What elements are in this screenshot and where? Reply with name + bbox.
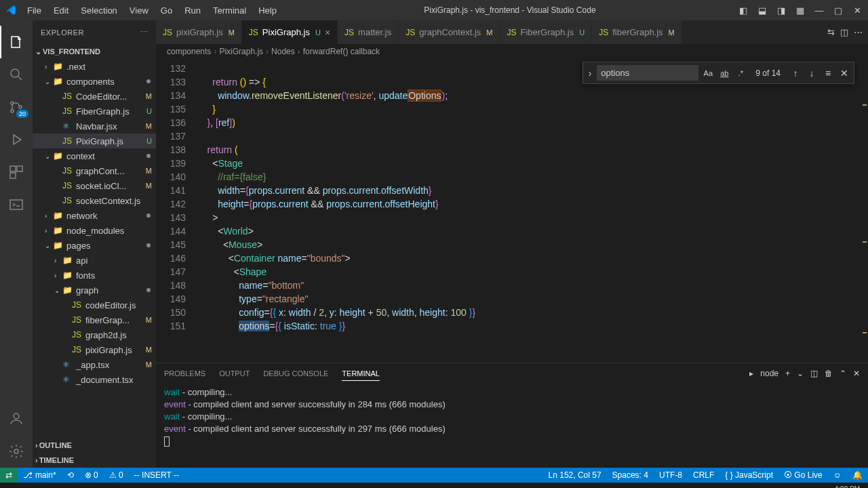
find-input[interactable] <box>597 65 698 81</box>
settings-icon[interactable] <box>0 435 33 468</box>
minimap[interactable] <box>859 59 868 363</box>
menu-go[interactable]: Go <box>155 3 178 18</box>
panel-tab-problems[interactable]: PROBLEMS <box>164 367 205 380</box>
breadcrumb[interactable]: components›PixiGraph.js›Nodes›forwardRef… <box>156 44 868 59</box>
notifications-icon[interactable]: 🔔 <box>847 468 868 483</box>
menu-terminal[interactable]: Terminal <box>208 3 252 18</box>
app-icon[interactable]: 🟥 <box>64 485 80 488</box>
tree-item[interactable]: JScodeEditor.js <box>33 298 156 312</box>
split-terminal-icon[interactable]: ◫ <box>810 369 818 378</box>
system-clock[interactable]: 4:08 PM4/29/2023 <box>830 485 861 488</box>
menu-view[interactable]: View <box>124 3 154 18</box>
panel-right-icon[interactable]: ◨ <box>776 5 787 16</box>
panel-tab-output[interactable]: OUTPUT <box>219 367 250 380</box>
explorer-icon[interactable] <box>0 26 33 58</box>
feedback-icon[interactable]: ☺ <box>828 468 847 483</box>
tree-item[interactable]: ›📁api <box>33 253 156 268</box>
tree-item[interactable]: ⌄📁pages <box>33 238 156 253</box>
terminal-shell-label[interactable]: node <box>760 369 778 378</box>
editor-tab[interactable]: JSPixiGraph.jsU× <box>242 20 338 44</box>
code-content[interactable]: return () => { window.removeEventListene… <box>197 59 868 363</box>
tree-item[interactable]: ›📁node_modules <box>33 223 156 238</box>
tree-item[interactable]: JSPixiGraph.jsU <box>33 134 156 148</box>
more-icon[interactable]: ⋯ <box>140 28 149 37</box>
encoding-info[interactable]: UTF-8 <box>654 468 688 483</box>
problems-errors[interactable]: ⊗ 0 <box>79 468 104 483</box>
debug-icon[interactable] <box>0 123 33 156</box>
tree-item[interactable]: ⌄📁graph <box>33 283 156 298</box>
terminal-dropdown-icon[interactable]: ⌄ <box>797 369 804 378</box>
editor-tab[interactable]: JSFiberGraph.jsU <box>500 20 592 44</box>
compare-icon[interactable]: ⇆ <box>827 27 835 37</box>
editor-tab[interactable]: JSmatter.js <box>338 20 399 44</box>
go-live[interactable]: ⦿ Go Live <box>778 468 828 483</box>
tree-item[interactable]: ⚛_app.tsxM <box>33 357 156 372</box>
problems-warnings[interactable]: ⚠ 0 <box>104 468 129 483</box>
find-close-icon[interactable]: ✕ <box>837 66 851 80</box>
new-terminal-icon[interactable]: + <box>785 369 790 378</box>
layout-icon[interactable]: ▦ <box>795 5 806 16</box>
terminal-output[interactable]: wait - compiling...event - compiled clie… <box>156 384 868 468</box>
cursor-position[interactable]: Ln 152, Col 57 <box>543 468 607 483</box>
breadcrumb-item[interactable]: forwardRef() callback <box>303 47 380 56</box>
chrome-icon[interactable]: 🌐 <box>165 485 182 488</box>
editor-tab[interactable]: JSgraphContext.jsM <box>399 20 500 44</box>
account-icon[interactable] <box>0 403 33 435</box>
git-sync[interactable]: ⟲ <box>62 468 79 483</box>
eol-info[interactable]: CRLF <box>688 468 719 483</box>
menu-help[interactable]: Help <box>253 3 282 18</box>
tree-item[interactable]: JSCodeEditor...M <box>33 89 156 104</box>
editor-tab[interactable]: JSpixiGraph.jsM <box>156 20 242 44</box>
clock-icon[interactable]: 🕐 <box>125 485 141 488</box>
vscode-taskbar-icon[interactable]: 💠 <box>84 485 100 488</box>
app2-icon[interactable]: 📊 <box>186 485 202 488</box>
tree-item[interactable]: ⚛_document.tsx <box>33 372 156 387</box>
whole-word-icon[interactable]: ab <box>717 66 731 80</box>
menu-run[interactable]: Run <box>179 3 206 18</box>
tree-item[interactable]: JSgraphCont...M <box>33 163 156 178</box>
breadcrumb-item[interactable]: components <box>167 47 211 56</box>
taskview-icon[interactable]: ▭ <box>43 485 60 488</box>
timeline-section[interactable]: ›TIMELINE <box>33 453 156 468</box>
panel-bottom-icon[interactable]: ⬓ <box>757 5 768 16</box>
firefox-icon[interactable]: 🦊 <box>145 485 161 488</box>
regex-icon[interactable]: .* <box>734 66 747 80</box>
split-editor-icon[interactable]: ◫ <box>840 27 848 37</box>
editor-tab[interactable]: JSfiberGraph.jsM <box>592 20 682 44</box>
kill-terminal-icon[interactable]: 🗑 <box>825 369 833 378</box>
language-mode[interactable]: { } JavaScript <box>719 468 778 483</box>
menu-edit[interactable]: Edit <box>48 3 74 18</box>
tree-item[interactable]: JSpixiGraph.jsM <box>33 342 156 357</box>
minimize-icon[interactable]: — <box>814 5 825 16</box>
terminal-activity-icon[interactable] <box>0 188 33 221</box>
tree-item[interactable]: ⌄📁context <box>33 148 156 163</box>
tree-item[interactable]: JSgraph2d.js <box>33 327 156 342</box>
menu-file[interactable]: File <box>22 3 47 18</box>
tree-item[interactable]: ⚛Navbar.jsxM <box>33 119 156 134</box>
tree-item[interactable]: JSFiberGraph.jsU <box>33 104 156 119</box>
panel-tab-terminal[interactable]: TERMINAL <box>342 367 380 381</box>
explorer-taskbar-icon[interactable]: 📁 <box>104 485 121 488</box>
match-case-icon[interactable]: Aa <box>701 66 715 80</box>
code-editor[interactable]: 1321331341351361371381391401411421431441… <box>156 59 868 363</box>
maximize-icon[interactable]: ▢ <box>833 5 844 16</box>
tree-item[interactable]: JSsocket.ioCl...M <box>33 178 156 193</box>
outline-section[interactable]: ›OUTLINE <box>33 438 156 453</box>
panel-tab-debug-console[interactable]: DEBUG CONSOLE <box>263 367 328 380</box>
panel-up-icon[interactable]: ⌃ <box>840 369 846 378</box>
tree-item[interactable]: ›📁.next <box>33 59 156 74</box>
search-icon[interactable] <box>0 58 33 91</box>
find-expand-icon[interactable]: › <box>586 68 595 79</box>
app3-icon[interactable]: 📗 <box>206 485 222 488</box>
close-icon[interactable]: ✕ <box>852 5 863 16</box>
tree-item[interactable]: ›📁fonts <box>33 268 156 283</box>
indent-info[interactable]: Spaces: 4 <box>607 468 654 483</box>
more-actions-icon[interactable]: ⋯ <box>854 27 863 37</box>
find-next-icon[interactable]: ↓ <box>805 66 818 80</box>
panel-left-icon[interactable]: ◧ <box>738 5 749 16</box>
tree-item[interactable]: ›📁network <box>33 208 156 223</box>
breadcrumb-item[interactable]: PixiGraph.js <box>219 47 263 56</box>
menu-selection[interactable]: Selection <box>75 3 122 18</box>
source-control-icon[interactable]: 20 <box>0 91 33 123</box>
start-icon[interactable]: ⊞ <box>3 485 19 488</box>
